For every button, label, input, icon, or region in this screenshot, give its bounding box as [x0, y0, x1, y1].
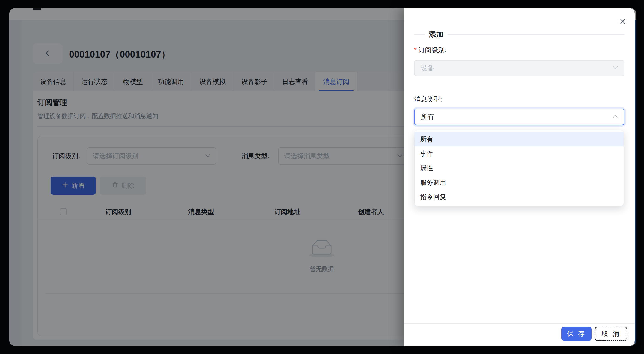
type-select-dropdown: 所有 事件 属性 服务调用 指令回复: [414, 130, 624, 206]
type-select-open[interactable]: 所有: [414, 109, 624, 125]
drawer-footer-divider: [404, 323, 635, 324]
close-button[interactable]: [618, 17, 628, 27]
title-divider-right: [448, 34, 624, 35]
add-drawer: 添加 *订阅级别: 设备 消息类型: 所有 所有 事件 属性 服务调用 指令回复…: [404, 8, 635, 346]
close-icon: [619, 18, 627, 26]
title-divider-left: [414, 34, 425, 35]
dropdown-option-command-reply[interactable]: 指令回复: [414, 190, 624, 204]
drawer-title-row: 添加: [414, 30, 624, 39]
drawer-title: 添加: [429, 30, 443, 39]
type-field-label: 消息类型:: [414, 95, 442, 103]
level-field-label: *订阅级别:: [414, 46, 446, 54]
required-mark: *: [414, 46, 416, 54]
dropdown-option-service-call[interactable]: 服务调用: [414, 175, 624, 190]
save-button[interactable]: 保 存: [562, 326, 592, 341]
dropdown-option-all[interactable]: 所有: [414, 132, 624, 146]
chevron-down-icon: [612, 66, 618, 71]
level-select-disabled[interactable]: 设备: [414, 60, 624, 76]
dropdown-option-property[interactable]: 属性: [414, 161, 624, 175]
cancel-button[interactable]: 取 消: [595, 326, 627, 341]
chevron-up-icon: [612, 115, 618, 119]
dropdown-option-event[interactable]: 事件: [414, 146, 624, 161]
